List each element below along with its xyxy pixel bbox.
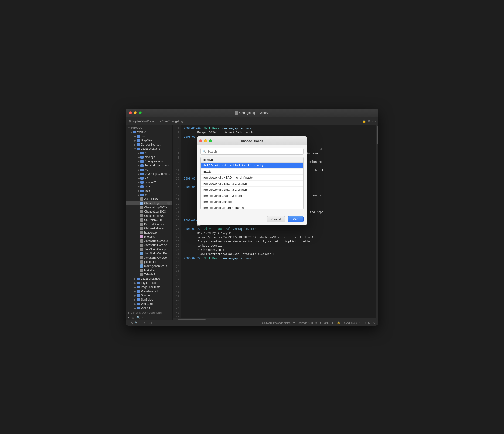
dialog-title-bar: Choose Branch <box>197 136 307 145</box>
cancel-button[interactable]: Cancel <box>267 216 285 222</box>
dialog-title: Choose Branch <box>241 139 263 143</box>
dialog-min-button[interactable] <box>204 140 207 142</box>
dialog-close-button[interactable] <box>199 140 202 142</box>
dialog-buttons: Cancel OK <box>197 213 307 225</box>
branch-item-remotes-head[interactable]: remotes/origin/HEAD -> origin/master <box>200 175 304 181</box>
branch-search-input[interactable] <box>207 150 302 153</box>
branch-search-box: 🔍 <box>200 148 304 155</box>
branch-item-remotes-safari-3[interactable]: remotes/origin/Safari-3-branch <box>200 193 304 199</box>
branch-item-remotes-safari-32[interactable]: remotes/origin/Safari-3-2-branch <box>200 187 304 193</box>
dialog-max-button[interactable] <box>209 140 212 142</box>
ok-button[interactable]: OK <box>288 216 304 222</box>
dialog-traffic-lights <box>199 140 212 142</box>
modal-overlay: Choose Branch 🔍 Branch (HEAD detached at… <box>126 108 378 326</box>
branch-column-header: Branch <box>200 157 304 162</box>
branch-item-remotes-master[interactable]: remotes/origin/master <box>200 199 304 205</box>
branch-list: (HEAD detached at origin/Safari-3-1-bran… <box>200 162 304 209</box>
choose-branch-dialog: Choose Branch 🔍 Branch (HEAD detached at… <box>197 136 307 225</box>
main-window: ChangeLog — WebKit ⚙ ~/git/WebKit/JavaSc… <box>126 108 378 326</box>
dialog-body: 🔍 Branch (HEAD detached at origin/Safari… <box>197 145 307 213</box>
branch-item-remotes-safari-4[interactable]: remotes/origin/safari-4-branch <box>200 205 304 209</box>
branch-item-head-detached[interactable]: (HEAD detached at origin/Safari-3-1-bran… <box>200 162 304 168</box>
branch-list-container: Branch (HEAD detached at origin/Safari-3… <box>200 157 304 209</box>
search-icon: 🔍 <box>202 150 206 153</box>
branch-item-master[interactable]: master <box>200 168 304 175</box>
branch-item-remotes-safari-31[interactable]: remotes/origin/Safari-3-1-branch <box>200 181 304 187</box>
